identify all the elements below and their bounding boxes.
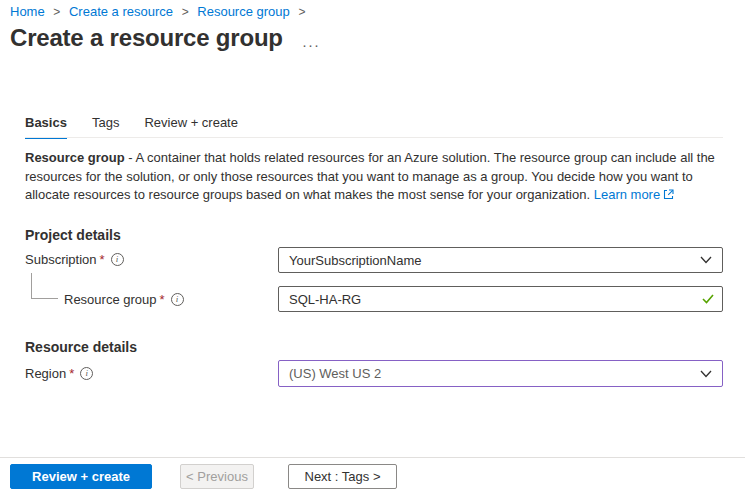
resource-group-label: Resource group * i [64,292,184,307]
subscription-label: Subscription * i [25,252,124,267]
breadcrumb-separator: > [182,5,189,19]
page-title: Create a resource group [10,24,283,52]
description: Resource group - A container that holds … [25,149,728,205]
footer-divider [0,457,745,458]
external-link-icon [663,189,674,200]
region-dropdown[interactable]: (US) West US 2 [278,360,723,387]
checkmark-icon [702,294,714,304]
section-project-details: Project details [25,227,121,243]
breadcrumb: Home > Create a resource > Resource grou… [10,4,310,19]
breadcrumb-separator: > [53,5,60,19]
tab-review-create[interactable]: Review + create [144,115,238,139]
required-asterisk: * [69,366,74,381]
description-lead: Resource group [25,150,125,165]
tab-basics[interactable]: Basics [25,115,67,139]
region-label-text: Region [25,366,66,381]
learn-more-link[interactable]: Learn more [594,187,660,202]
resource-group-input[interactable] [278,286,723,312]
section-resource-details: Resource details [25,339,137,355]
resource-group-label-text: Resource group [64,292,157,307]
tab-divider [25,137,723,138]
required-asterisk: * [100,252,105,267]
tree-connector-horizontal [31,298,58,299]
breadcrumb-separator: > [298,5,305,19]
subscription-dropdown[interactable]: YourSubscriptionName [278,247,723,273]
chevron-down-icon [700,256,712,264]
tab-bar: Basics Tags Review + create [25,115,263,139]
next-tags-button[interactable]: Next : Tags > [288,464,397,489]
info-icon[interactable]: i [111,253,124,266]
tree-connector-vertical [31,273,32,299]
more-menu-button[interactable]: ··· [302,36,320,53]
region-value: (US) West US 2 [289,366,381,381]
create-resource-group-page: Home > Create a resource > Resource grou… [0,0,745,493]
review-create-button[interactable]: Review + create [10,464,152,489]
required-asterisk: * [160,292,165,307]
info-icon[interactable]: i [171,293,184,306]
breadcrumb-link-home[interactable]: Home [10,4,45,19]
info-icon[interactable]: i [80,367,93,380]
tab-tags[interactable]: Tags [92,115,119,139]
resource-group-input-wrap [278,286,723,312]
chevron-down-icon [700,370,712,378]
breadcrumb-link-create-a-resource[interactable]: Create a resource [69,4,173,19]
previous-button[interactable]: < Previous [180,464,254,489]
subscription-value: YourSubscriptionName [289,253,421,268]
breadcrumb-link-resource-group[interactable]: Resource group [197,4,290,19]
subscription-label-text: Subscription [25,252,97,267]
region-label: Region * i [25,366,93,381]
